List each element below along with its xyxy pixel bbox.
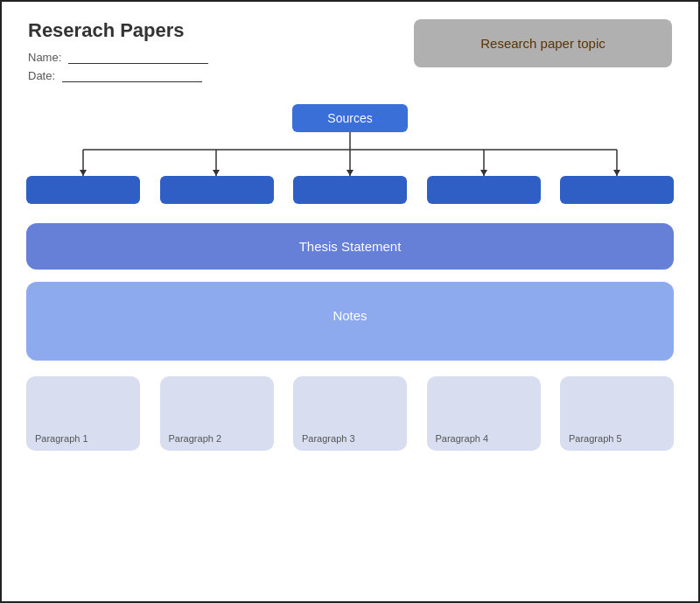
name-label: Name: <box>28 51 61 64</box>
thesis-statement[interactable]: Thesis Statement <box>26 223 674 270</box>
source-box-5[interactable] <box>560 176 674 204</box>
paragraph-box-1[interactable]: Paragraph 1 <box>26 376 140 451</box>
paragraph-box-5[interactable]: Paragraph 5 <box>560 376 674 451</box>
date-label: Date: <box>28 69 55 82</box>
paragraph-box-4[interactable]: Paragraph 4 <box>427 376 541 451</box>
notes-box[interactable]: Notes <box>26 282 674 361</box>
source-box-4[interactable] <box>427 176 541 204</box>
source-box-2[interactable] <box>160 176 274 204</box>
source-boxes-row <box>26 176 674 204</box>
source-box-3[interactable] <box>293 176 407 204</box>
paragraph-row: Paragraph 1 Paragraph 2 Paragraph 3 Para… <box>26 376 674 451</box>
topic-box: Research paper topic <box>414 19 672 67</box>
svg-marker-8 <box>213 170 220 176</box>
tree-connector <box>26 132 674 176</box>
name-input[interactable] <box>68 52 208 64</box>
sources-button[interactable]: Sources <box>292 104 407 132</box>
paragraph-box-3[interactable]: Paragraph 3 <box>293 376 407 451</box>
svg-marker-9 <box>346 170 354 176</box>
svg-marker-11 <box>613 170 620 176</box>
date-input[interactable] <box>62 70 202 82</box>
svg-marker-10 <box>480 170 487 176</box>
paragraph-box-2[interactable]: Paragraph 2 <box>160 376 274 451</box>
svg-marker-7 <box>80 170 87 176</box>
source-box-1[interactable] <box>26 176 140 204</box>
